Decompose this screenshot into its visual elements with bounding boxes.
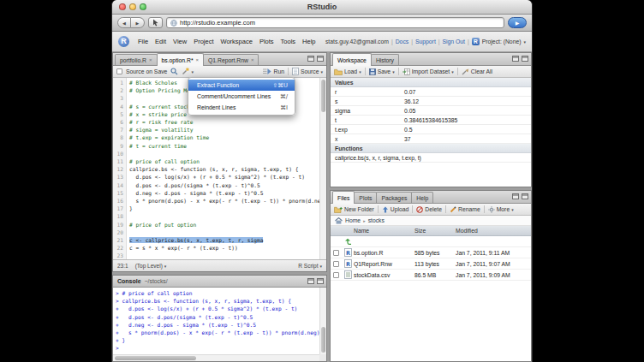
support-link[interactable]: Support xyxy=(415,39,436,45)
code-line[interactable]: # t = current time xyxy=(129,142,326,150)
tab-q1-report-rnw[interactable]: Q1.Report.Rnw × xyxy=(203,54,259,65)
code-line[interactable]: # sigma = volatility xyxy=(129,126,326,134)
workspace-value-row[interactable]: t.exp0.5 xyxy=(331,125,531,134)
find-replace-button[interactable] xyxy=(170,68,178,75)
scrollbar-thumb[interactable] xyxy=(321,327,325,353)
breadcrumb-folder[interactable]: stocks xyxy=(368,217,385,223)
tab-help[interactable]: Help xyxy=(411,192,433,203)
column-size[interactable]: Size xyxy=(414,228,456,234)
minimize-pane-icon[interactable] xyxy=(307,278,314,284)
code-line[interactable]: c = s * x * exp(- r * (t.exp - t)) xyxy=(129,244,326,252)
parent-directory-row[interactable] xyxy=(331,236,531,247)
code-line[interactable]: d.pos <- log(s/x) + (r + 0.5 * sigma^2) … xyxy=(129,173,326,181)
workspace-function-row[interactable]: callprice.bs (s, x, r, sigma, t.exp, t) xyxy=(331,153,531,163)
new-folder-button[interactable]: New Folder xyxy=(334,206,374,213)
file-name-link[interactable]: Q1Report.Rnw xyxy=(354,261,414,267)
close-tab-icon[interactable]: × xyxy=(149,57,152,62)
code-line[interactable]: d.neg <- d.pos - sigma * (t.exp - t)^0.5 xyxy=(129,189,326,197)
tab-history[interactable]: History xyxy=(371,54,399,65)
close-tab-icon[interactable]: × xyxy=(196,57,200,62)
file-name-link[interactable]: bs.option.R xyxy=(354,250,414,256)
menu-plots[interactable]: Plots xyxy=(256,38,277,45)
breadcrumb-home[interactable]: Home xyxy=(345,217,361,223)
console-output[interactable]: > # price of call option> callprice.bs <… xyxy=(113,288,319,354)
upload-button[interactable]: Upload xyxy=(382,206,409,213)
column-name[interactable]: Name xyxy=(354,228,414,234)
back-button[interactable]: ◀ xyxy=(117,17,131,28)
menu-file[interactable]: File xyxy=(134,38,152,45)
close-window-button[interactable] xyxy=(119,3,126,10)
import-dataset-button[interactable]: Import Dataset ▾ xyxy=(402,68,454,75)
load-workspace-button[interactable]: Load ▾ xyxy=(334,68,361,75)
filetype-selector[interactable]: R Script ▾ xyxy=(298,263,322,269)
menu-tools[interactable]: Tools xyxy=(277,38,300,45)
titlebar[interactable]: RStudio xyxy=(112,0,532,15)
workspace-value-row[interactable]: s36.12 xyxy=(331,97,531,106)
tab-portfolio-r[interactable]: portfolio.R × xyxy=(115,54,158,65)
tab-workspace[interactable]: Workspace xyxy=(332,53,372,66)
code-line[interactable]: d.pos <- d.pos/(sigma * (t.exp - t)^0.5 xyxy=(129,181,326,189)
code-line[interactable]: } xyxy=(129,205,326,212)
tab-plots[interactable]: Plots xyxy=(354,192,377,203)
run-button[interactable]: Run xyxy=(263,68,283,75)
source-button[interactable]: Source ▾ xyxy=(292,68,323,75)
maximize-pane-icon[interactable] xyxy=(522,56,528,62)
menu-edit[interactable]: Edit xyxy=(152,38,170,45)
minimize-pane-icon[interactable] xyxy=(512,193,519,199)
maximize-pane-icon[interactable] xyxy=(522,193,528,199)
source-on-save-checkbox[interactable] xyxy=(116,68,122,74)
minimize-pane-icon[interactable] xyxy=(307,56,314,62)
workspace-value-row[interactable]: x37 xyxy=(331,134,531,144)
minimize-window-button[interactable] xyxy=(129,3,136,10)
workspace-value-row[interactable]: t0.384615384615385 xyxy=(331,116,531,125)
file-checkbox[interactable] xyxy=(333,250,339,256)
menu-workspace[interactable]: Workspace xyxy=(218,38,256,45)
forward-button[interactable]: ▶ xyxy=(131,17,145,28)
code-tools-button[interactable]: ▾ xyxy=(182,68,194,75)
menu-help[interactable]: Help xyxy=(299,38,319,45)
code-line[interactable]: c <- callprice.bs(s, x, t.exp, t, r, sig… xyxy=(129,236,326,244)
delete-button[interactable]: Delete xyxy=(416,206,442,213)
column-modified[interactable]: Modified xyxy=(456,228,531,234)
project-selector[interactable]: Project: (None) xyxy=(482,39,522,45)
menu-view[interactable]: View xyxy=(170,38,190,45)
tab-bs-option-r[interactable]: bs.option.R* × xyxy=(157,53,205,66)
console-hscrollbar[interactable] xyxy=(113,354,319,361)
signout-link[interactable]: Sign Out xyxy=(443,39,465,45)
zoom-window-button[interactable] xyxy=(140,3,146,10)
cursor-tool-button[interactable] xyxy=(148,17,163,28)
minimize-pane-icon[interactable] xyxy=(512,56,519,62)
go-button[interactable]: ▶ xyxy=(508,17,527,28)
console-scrollbar[interactable] xyxy=(319,288,326,354)
file-row[interactable]: R bs.option.R 585 bytes Jan 7, 2011, 9:1… xyxy=(331,247,531,258)
code-line[interactable] xyxy=(129,228,326,236)
clear-all-button[interactable]: Clear All xyxy=(462,68,492,75)
scrollbar-thumb[interactable] xyxy=(115,356,196,360)
menu-project[interactable]: Project xyxy=(190,38,217,45)
address-bar[interactable]: http://rstudio.example.com xyxy=(166,17,504,28)
scope-selector[interactable]: (Top Level) ▾ xyxy=(135,263,167,269)
file-checkbox[interactable] xyxy=(333,272,339,278)
code-line[interactable]: # t.exp = expiration time xyxy=(129,134,326,141)
editor-scrollbar[interactable] xyxy=(319,78,326,259)
file-row[interactable]: R Q1Report.Rnw 113 bytes Jan 7, 2011, 9:… xyxy=(331,258,531,270)
menu-item-extract-function[interactable]: Extract Function ⇧⌘U xyxy=(188,80,295,91)
code-line[interactable] xyxy=(129,252,326,259)
menu-item-comment-uncomment-lines[interactable]: Comment/Uncomment Lines ⌘/ xyxy=(188,91,295,102)
file-checkbox[interactable] xyxy=(333,261,339,267)
menu-item-reindent-lines[interactable]: Reindent Lines ⌘I xyxy=(188,102,295,113)
more-button[interactable]: More ▾ xyxy=(488,206,514,213)
workspace-value-row[interactable]: sigma0.05 xyxy=(331,106,531,116)
maximize-pane-icon[interactable] xyxy=(317,278,324,284)
save-workspace-button[interactable]: Save ▾ xyxy=(369,68,395,75)
close-tab-icon[interactable]: × xyxy=(251,57,254,62)
code-line[interactable]: # price of call option xyxy=(129,157,326,165)
file-name-link[interactable]: stockData.csv xyxy=(354,272,414,278)
go-up-directory-icon[interactable] xyxy=(342,238,354,246)
code-line[interactable]: # r = risk free rate xyxy=(129,118,326,126)
code-line[interactable]: callprice.bs <- function (s, x, r, sigma… xyxy=(129,165,326,173)
tab-packages[interactable]: Packages xyxy=(376,192,412,203)
tab-files[interactable]: Files xyxy=(332,191,355,204)
workspace-value-row[interactable]: r0.07 xyxy=(331,87,531,97)
scrollbar-thumb[interactable] xyxy=(321,80,325,112)
